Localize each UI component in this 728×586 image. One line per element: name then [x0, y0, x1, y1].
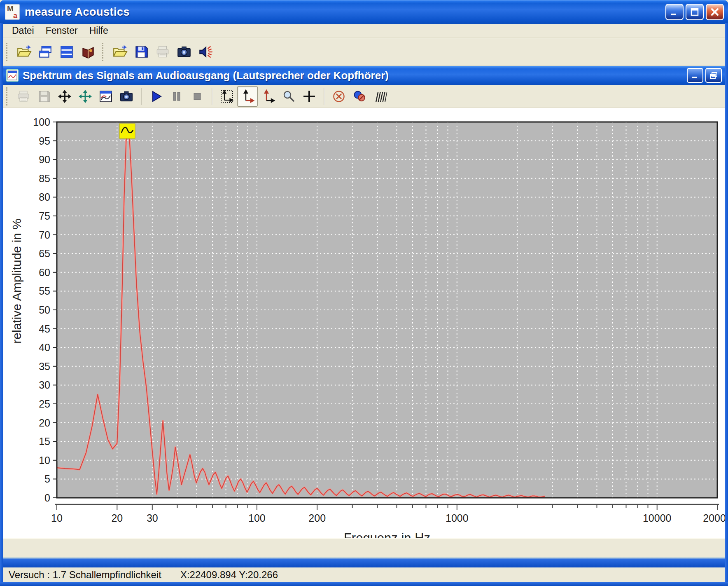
svg-text:1000: 1000: [446, 512, 469, 524]
open-experiment-button[interactable]: [13, 40, 35, 63]
maximize-button[interactable]: [686, 4, 704, 20]
open-folder-icon: [16, 44, 32, 60]
play-icon: [149, 89, 163, 104]
crosshair-button[interactable]: [299, 86, 320, 107]
status-experiment: Versuch : 1.7 Schallempfindlichkeit: [9, 569, 161, 581]
save-floppy-icon: [133, 44, 149, 60]
spectrum-window-icon: [6, 69, 19, 82]
menubar: Datei Fenster Hilfe: [3, 24, 725, 38]
axes-selection-icon: [219, 89, 234, 104]
zoom-button[interactable]: [278, 86, 299, 107]
delete-curve-button[interactable]: [329, 86, 349, 107]
axes-y-icon: [240, 89, 255, 104]
pan-axes-icon: [78, 89, 93, 104]
toolbar-separator: [324, 88, 324, 105]
toolbar-grip[interactable]: [6, 87, 7, 105]
restore-icon: [709, 70, 719, 80]
svg-text:10: 10: [39, 455, 50, 466]
svg-text:75: 75: [39, 210, 50, 222]
close-button[interactable]: [706, 4, 724, 20]
spectrum-window-titlebar[interactable]: Spektrum des Signals am Audioausgang (La…: [3, 66, 725, 85]
toolbar-grip[interactable]: [102, 43, 103, 61]
toolbar-separator: [212, 88, 212, 105]
minimize-button[interactable]: [665, 4, 684, 20]
svg-text:25: 25: [39, 398, 50, 410]
graph-window-icon: [98, 89, 113, 104]
status-coordinates: X:22409.894 Y:20.266: [180, 569, 278, 581]
tile-windows-icon: [59, 44, 75, 60]
graph-settings-button[interactable]: [96, 86, 116, 107]
camera-icon: [119, 89, 134, 104]
close-icon: [709, 7, 720, 17]
scale-y-axis-button[interactable]: [237, 86, 258, 107]
camera-icon: [176, 44, 192, 60]
svg-text:100: 100: [33, 116, 50, 128]
main-toolbar: [3, 38, 725, 66]
child-restore-button[interactable]: [705, 68, 722, 83]
svg-text:0: 0: [44, 492, 50, 504]
chart-toolbar: [3, 85, 725, 108]
save-floppy-icon: [37, 89, 51, 104]
svg-text:30: 30: [147, 512, 158, 524]
svg-text:95: 95: [39, 135, 50, 147]
svg-text:85: 85: [39, 173, 50, 184]
print-button[interactable]: [152, 40, 173, 63]
svg-text:10000: 10000: [643, 512, 672, 524]
scale-axes-select-button[interactable]: [217, 86, 237, 107]
tile-windows-button[interactable]: [56, 40, 77, 63]
pan-button[interactable]: [54, 86, 75, 107]
spectrum-chart[interactable]: 0510152025303540455055606570758085909510…: [3, 108, 725, 538]
svg-text:40: 40: [39, 342, 50, 353]
open-measurement-button[interactable]: [109, 40, 131, 63]
chart-print-button[interactable]: [13, 86, 34, 107]
pan-axes-button[interactable]: [75, 86, 96, 107]
menu-fenster[interactable]: Fenster: [40, 25, 84, 36]
minimize-icon: [669, 7, 680, 17]
cascade-windows-icon: [37, 44, 53, 60]
svg-text:55: 55: [39, 285, 50, 297]
magnifier-icon: [281, 89, 296, 104]
svg-text:45: 45: [39, 323, 50, 335]
stop-measurement-button[interactable]: [187, 86, 208, 107]
spectrum-window-controls: [687, 68, 722, 83]
menu-hilfe[interactable]: Hilfe: [84, 25, 114, 36]
curve-list-button[interactable]: [370, 86, 390, 107]
toolbar-grip[interactable]: [6, 43, 7, 61]
toolbar-separator: [141, 88, 142, 105]
chart-area[interactable]: 0510152025303540455055606570758085909510…: [3, 108, 725, 538]
chart-snapshot-button[interactable]: [116, 86, 137, 107]
crosshair-icon: [302, 89, 317, 104]
svg-text:70: 70: [39, 229, 50, 241]
scale-x-axis-button[interactable]: [258, 86, 278, 107]
window-border-bottom: [0, 582, 728, 586]
menu-datei[interactable]: Datei: [6, 25, 40, 36]
circled-x-icon: [331, 89, 346, 104]
window-titlebar[interactable]: M a measure Acoustics: [0, 0, 728, 24]
snapshot-button[interactable]: [173, 40, 195, 63]
svg-text:50: 50: [39, 304, 50, 316]
spectrum-window: Spektrum des Signals am Audioausgang (La…: [3, 66, 725, 557]
help-button[interactable]: [77, 40, 99, 63]
application-window: M a measure Acoustics Datei Fenster Hilf…: [0, 0, 728, 586]
curve-color-icon: [352, 89, 367, 104]
svg-text:200: 200: [308, 512, 326, 524]
start-measurement-button[interactable]: [146, 86, 166, 107]
sound-output-button[interactable]: [195, 40, 216, 63]
pause-measurement-button[interactable]: [166, 86, 187, 107]
mdi-background: [3, 557, 725, 567]
save-button[interactable]: [131, 40, 152, 63]
svg-text:100: 100: [248, 512, 266, 524]
svg-text:relative Amplitude in %: relative Amplitude in %: [10, 218, 23, 344]
spectrum-window-title: Spektrum des Signals am Audioausgang (La…: [23, 69, 389, 82]
child-minimize-button[interactable]: [687, 68, 703, 83]
svg-text:80: 80: [39, 191, 50, 203]
svg-text:60: 60: [39, 267, 50, 278]
open-folder-icon: [112, 44, 128, 60]
chart-save-button[interactable]: [34, 86, 54, 107]
svg-text:10: 10: [51, 512, 63, 524]
cascade-windows-button[interactable]: [35, 40, 56, 63]
curve-color-button[interactable]: [349, 86, 370, 107]
axes-x-icon: [261, 89, 275, 104]
window-controls: [665, 4, 724, 20]
maximize-icon: [689, 7, 700, 17]
